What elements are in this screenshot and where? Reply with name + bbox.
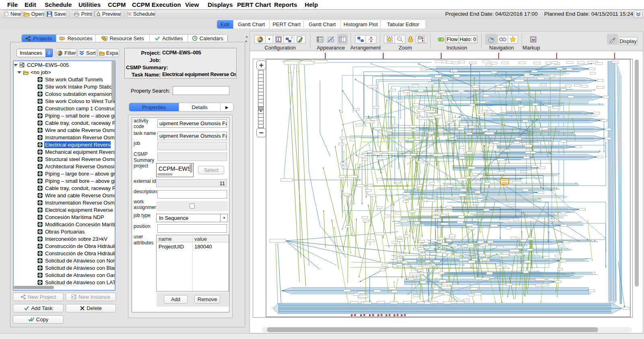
svg-text:L: L bbox=[277, 37, 279, 42]
svg-text:12: 12 bbox=[128, 13, 130, 15]
svg-text:M: M bbox=[532, 37, 535, 41]
svg-text:?: ? bbox=[291, 36, 293, 40]
